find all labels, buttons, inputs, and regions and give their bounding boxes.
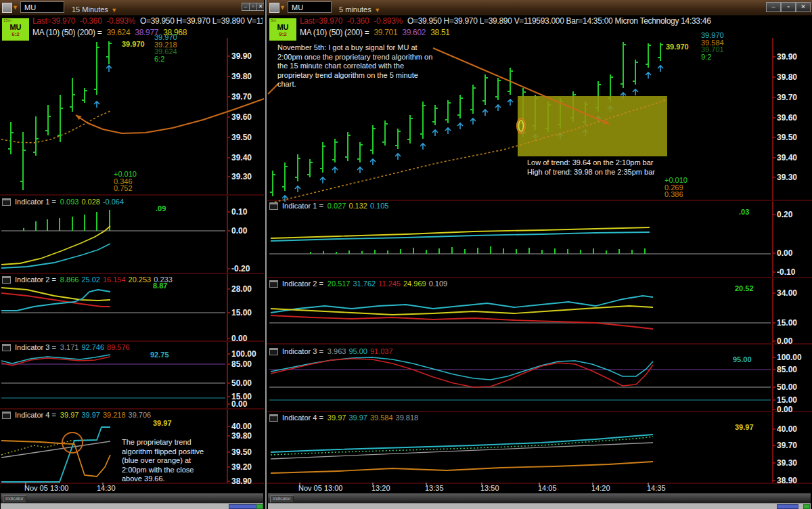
pane-separator[interactable]: [0, 408, 264, 410]
symbol-badge-timeframe: 15m: [3, 18, 12, 22]
value-item: 31.762: [353, 280, 376, 288]
indicator-collapse-icon[interactable]: [2, 276, 11, 284]
axis-tick-label: 50.00: [231, 378, 252, 388]
indicator3-value-badge: 92.75: [150, 351, 169, 359]
indicator2-value-badge: 8.87: [153, 282, 167, 290]
indicator-header-3: Indicator 3 = 3.17192.74689.576: [2, 343, 133, 351]
scrollbar-end-button[interactable]: [256, 504, 263, 509]
axis-tick-label: 0.00: [777, 405, 792, 414]
symbol-input[interactable]: [288, 1, 332, 13]
value-item: 89.576: [107, 343, 130, 351]
buy-arrows-right: [658, 66, 663, 72]
minimize-button[interactable]: –: [766, 2, 781, 12]
timeframe-dropdown-icon[interactable]: ▼: [374, 7, 380, 14]
buy-arrows-right: [508, 99, 513, 106]
ind3-red-left: [1, 357, 110, 366]
axis-tick-mark: [227, 211, 230, 213]
timeframe-select[interactable]: 5 minutes ▼: [339, 3, 380, 15]
axis-tick-mark: [772, 357, 775, 358]
maximize-button[interactable]: ▫: [781, 2, 796, 12]
symbol-dropdown-icon[interactable]: ▼: [12, 4, 18, 11]
scrollbar-thumb[interactable]: [229, 504, 257, 509]
symbol-dropdown-icon[interactable]: ▼: [279, 4, 286, 11]
indicator-collapse-icon[interactable]: [269, 202, 278, 210]
pane-separator[interactable]: [267, 411, 812, 412]
timeframe-dropdown-icon[interactable]: ▼: [111, 7, 117, 14]
pane-separator[interactable]: [0, 194, 264, 196]
axis-tick-label: 39.70: [231, 92, 252, 102]
axis-tick-label: -0.20: [231, 264, 250, 273]
indicator-collapse-icon[interactable]: [269, 348, 278, 355]
x-axis-label: 13:35: [425, 484, 444, 492]
price-change-stack: +0.0100.3460.752: [114, 171, 137, 192]
symbol-badge[interactable]: 5m MU 9:2: [269, 18, 296, 41]
window-icon: [2, 3, 12, 13]
indicator-button[interactable]: Indicator: [270, 495, 294, 503]
value-item: 0.105: [370, 202, 389, 210]
axis-tick-label: 39.80: [231, 431, 252, 441]
axis-tick-mark: [227, 230, 230, 231]
axis-tick-mark: [772, 214, 775, 215]
axis-tick-mark: [227, 137, 230, 138]
scrollbar-thumb[interactable]: [777, 504, 798, 509]
ind1-cyan-right: [271, 232, 650, 241]
pct-change: -0.893%: [106, 16, 135, 26]
indicator-collapse-icon[interactable]: [269, 280, 278, 288]
pane-separator[interactable]: [0, 273, 264, 274]
ind1-yellow-right: [271, 227, 650, 238]
pane-separator[interactable]: [267, 277, 812, 278]
ind4-orange-left: [1, 441, 110, 477]
indicator-header-1: Indicator 1 = 0.0930.028-0.064: [2, 198, 127, 206]
right-window-titlebar[interactable]: ▼ 5 minutes ▼: [267, 0, 812, 16]
scrollbar-end-button[interactable]: [803, 504, 810, 509]
value-item: 38.968: [163, 28, 187, 37]
axis-tick-label: 15.00: [777, 395, 797, 405]
pane-separator[interactable]: [267, 343, 812, 345]
indicator1-value-badge: .09: [156, 204, 166, 213]
buy-arrows-right: [595, 116, 601, 123]
axis-tick-label: 39.60: [777, 113, 797, 123]
indicator-collapse-icon[interactable]: [269, 414, 278, 422]
axis-tick-label: 39.90: [231, 51, 252, 61]
buy-arrows-right: [445, 128, 451, 134]
pane-separator[interactable]: [267, 200, 812, 201]
left-window-titlebar[interactable]: ▼ 15 Minutes ▼ – ▫ ✕: [0, 0, 264, 16]
indicator-button[interactable]: Indicator: [3, 495, 26, 503]
value-item: 9:2: [701, 53, 724, 61]
value-item: 39.97: [81, 411, 100, 419]
value-item: 39.97: [348, 414, 367, 422]
value-item: 39.818: [396, 414, 419, 422]
value-item: 95.00: [348, 347, 367, 355]
indicator4-value-badge: 39.97: [735, 423, 754, 431]
axis-tick-mark: [772, 157, 775, 158]
window-divider[interactable]: [264, 0, 267, 509]
symbol-input[interactable]: [20, 1, 64, 13]
axis-tick-label: 0.00: [231, 334, 247, 343]
axis-tick-mark: [227, 363, 230, 365]
axis-tick-label: 15.00: [777, 318, 797, 328]
indicator-collapse-icon[interactable]: [2, 198, 11, 206]
buy-arrows-right: [332, 167, 338, 173]
symbol-badge[interactable]: 15m MU 6:2: [2, 18, 29, 41]
ohlcv-text: O=39.950 H=39.970 L=39.890 V=119593.000 …: [140, 16, 263, 26]
h-scrollbar[interactable]: [1, 503, 263, 509]
h-scrollbar[interactable]: [268, 503, 811, 509]
indicator-header-4: Indicator 4 = 39.9739.9739.58439.818: [269, 414, 421, 422]
close-button[interactable]: ✕: [796, 2, 811, 12]
indicator-header-1: Indicator 1 = 0.0270.1320.105: [269, 202, 391, 210]
axis-tick-mark: [772, 399, 775, 401]
ind2-red-right: [271, 315, 653, 329]
buy-arrows-right: [520, 131, 526, 137]
buy-arrows-right: [395, 154, 401, 160]
axis-tick-mark: [227, 288, 230, 290]
axis-tick-mark: [227, 481, 230, 482]
axis-tick-mark: [227, 268, 230, 269]
ind2-yellow-right: [271, 306, 653, 315]
indicator-collapse-icon[interactable]: [2, 412, 11, 419]
indicator-collapse-icon[interactable]: [2, 344, 11, 351]
timeframe-select[interactable]: 15 Minutes ▼: [72, 3, 117, 15]
axis-tick-mark: [772, 137, 775, 138]
pane-separator[interactable]: [0, 340, 264, 342]
last-price: Last=39.970: [32, 16, 75, 26]
buy-arrows-right: [370, 159, 376, 165]
